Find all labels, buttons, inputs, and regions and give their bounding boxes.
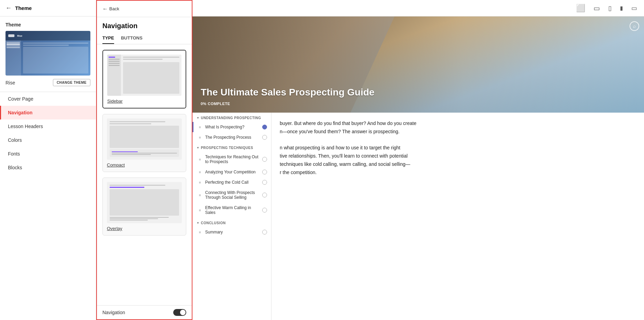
section-header-understanding: ▼ UNDERSTANDING PROSPECTING [192, 113, 271, 122]
compact-bottom-purple [112, 151, 138, 152]
theme-preview-thumbnail: Rise [5, 31, 90, 76]
course-sidebar: ▼ UNDERSTANDING PROSPECTING ≡ What Is Pr… [192, 113, 271, 320]
overlay-bottom-2 [110, 218, 158, 219]
compact-preview-card [107, 118, 182, 160]
toggle-knob [180, 310, 186, 315]
progress-text: 0% COMPLETE [201, 102, 636, 106]
item-circle-summary [262, 230, 267, 235]
course-item-prospecting-process[interactable]: ≡ The Prospecting Process [192, 132, 271, 142]
overlay-line-purple [110, 187, 144, 188]
center-panel-back-button[interactable]: ← Back [102, 6, 119, 12]
nav-option-compact[interactable]: Compact [102, 114, 186, 172]
chevron-icon: ▼ [197, 116, 199, 119]
device-mobile-icon[interactable]: ▮ [619, 3, 624, 13]
sidebar-item-cover-page[interactable]: Cover Page [0, 92, 96, 106]
item-text-social-selling: Connecting With Prospects Through Social… [205, 190, 259, 200]
item-icon-process: ≡ [198, 136, 202, 139]
center-panel-title-row: Navigation [97, 17, 192, 33]
item-icon-cold-call: ≡ [198, 181, 202, 184]
item-text-summary: Summary [205, 230, 259, 235]
nav-toggle-row: Navigation [97, 305, 192, 319]
device-compact-icon[interactable]: ▭ [630, 3, 639, 13]
center-panel-tabs: TYPE BUTTONS [97, 33, 192, 44]
overlay-option-label[interactable]: Overlay [107, 226, 182, 231]
item-circle-cold-call [262, 180, 267, 185]
left-sidebar-back-button[interactable]: ← [5, 4, 12, 12]
section-label-understanding: UNDERSTANDING PROSPECTING [201, 116, 261, 120]
tab-type[interactable]: TYPE [102, 33, 114, 44]
left-sidebar: ← Theme Theme Rise [0, 0, 96, 320]
nav-toggle-label: Navigation [102, 310, 125, 315]
device-desktop-icon[interactable]: ⬜ [575, 2, 587, 14]
course-item-warm-calling[interactable]: ≡ Effective Warm Calling in Sales [192, 203, 271, 218]
course-body: ▼ UNDERSTANDING PROSPECTING ≡ What Is Pr… [192, 113, 644, 320]
item-icon-reaching-out: ≡ [198, 158, 202, 161]
course-text-line-2: n—once you've found them? The answer is … [280, 128, 636, 136]
compact-line-2 [110, 123, 151, 124]
section-label-techniques: PROSPECTING TECHNIQUES [201, 146, 253, 150]
sidebar-navigation: Cover Page Navigation Lesson Headers Col… [0, 92, 96, 320]
sidebar-item-blocks[interactable]: Blocks [0, 161, 96, 174]
nav-option-overlay[interactable]: Overlay [102, 178, 186, 236]
device-tablet-landscape-icon[interactable]: ▭ [592, 3, 601, 14]
item-circle-analyzing [262, 170, 267, 174]
item-icon-analyzing: ≡ [198, 170, 202, 174]
left-sidebar-header: ← Theme [0, 0, 96, 16]
nav-toggle-switch[interactable] [173, 309, 186, 316]
compact-bottom-1 [112, 153, 177, 153]
section-header-conclusion: ▼ CONCLUSION [192, 218, 271, 227]
course-text-line-1: buyer. But where do you find that buyer?… [280, 119, 636, 128]
overlay-bottom-3 [110, 220, 148, 220]
overlay-bottom-lines [110, 217, 179, 220]
nav-option-sidebar[interactable]: Sidebar [102, 50, 186, 108]
compact-top-lines [110, 121, 179, 124]
preview-course-title: Rise [17, 35, 22, 37]
item-text-reaching-out: Techniques for Reaching Out to Prospects [205, 155, 259, 164]
item-icon-summary: ≡ [198, 230, 202, 234]
item-text-analyzing: Analyzing Your Competition [205, 170, 259, 174]
course-title: The Ultimate Sales Prospecting Guide [201, 87, 636, 98]
center-panel-title: Navigation [102, 22, 186, 30]
compact-option-label[interactable]: Compact [107, 162, 182, 168]
main-line-1 [123, 57, 179, 58]
sidebar-item-lesson-headers[interactable]: Lesson Headers [0, 119, 96, 133]
theme-section-label: Theme [5, 22, 90, 27]
item-text-cold-call: Perfecting the Cold Call [205, 180, 259, 185]
sidebar-item-navigation[interactable]: Navigation [0, 106, 96, 119]
course-item-cold-call[interactable]: ≡ Perfecting the Cold Call [192, 177, 271, 187]
center-panel: ← Back Navigation TYPE BUTTONS [96, 0, 192, 320]
preview-header-bar: Rise [5, 31, 90, 41]
course-main-content: buyer. But where do you find that buyer?… [271, 113, 644, 320]
theme-name-label: Rise [5, 80, 15, 85]
course-item-reaching-out[interactable]: ≡ Techniques for Reaching Out to Prospec… [192, 152, 271, 167]
tab-buttons[interactable]: BUTTONS [121, 33, 143, 44]
course-item-what-is-prospecting[interactable]: ≡ What Is Prospecting? [192, 122, 271, 132]
item-text-process: The Prospecting Process [205, 135, 259, 140]
course-hero: The Ultimate Sales Prospecting Guide 0% … [192, 16, 644, 113]
course-item-analyzing[interactable]: ≡ Analyzing Your Competition [192, 167, 271, 177]
preview-sidebar-col [5, 41, 21, 76]
center-panel-header: ← Back [97, 1, 192, 17]
preview-sidebar-line-2 [7, 44, 20, 45]
course-item-summary[interactable]: ≡ Summary [192, 227, 271, 237]
course-text-line-5: techniques like cold calling, warm calli… [280, 160, 636, 169]
preview-content-line-2 [23, 45, 69, 46]
course-item-social-selling[interactable]: ≡ Connecting With Prospects Through Soci… [192, 187, 271, 203]
sidebar-option-label[interactable]: Sidebar [107, 99, 181, 104]
sidebar-preview-main [121, 55, 181, 96]
overlay-block [110, 189, 179, 216]
theme-name-row: Rise CHANGE THEME [5, 79, 90, 86]
right-preview: ⬜ ▭ ▯ ▮ ▭ The Ultimate Sales Prospecting… [192, 0, 644, 320]
item-text-warm-calling: Effective Warm Calling in Sales [205, 205, 259, 215]
preview-content-area: The Ultimate Sales Prospecting Guide 0% … [192, 16, 644, 320]
sidebar-preview-card [107, 55, 181, 96]
device-tablet-portrait-icon[interactable]: ▯ [607, 3, 613, 13]
course-text-line-4: tive relationships. Then, you'll learn t… [280, 152, 636, 160]
main-block [123, 62, 179, 94]
sidebar-item-fonts[interactable]: Fonts [0, 147, 96, 161]
compact-line-1 [110, 121, 165, 122]
sidebar-item-colors[interactable]: Colors [0, 133, 96, 147]
hero-content: The Ultimate Sales Prospecting Guide 0% … [192, 16, 644, 113]
course-text-line-3: n what prospecting is and how to use it … [280, 144, 636, 152]
change-theme-button[interactable]: CHANGE THEME [53, 79, 90, 86]
